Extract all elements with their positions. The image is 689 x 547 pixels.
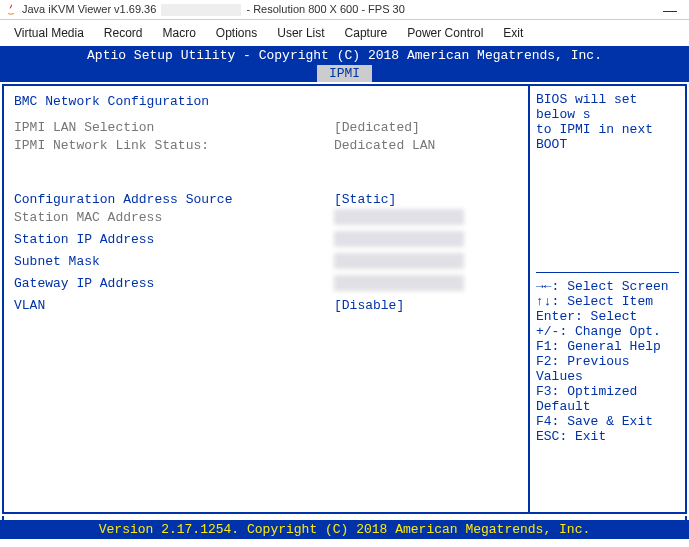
link-status-label: IPMI Network Link Status: (14, 137, 334, 155)
key-help-section: →←: Select Screen ↑↓: Select Item Enter:… (536, 272, 679, 444)
menu-record[interactable]: Record (96, 24, 151, 42)
gateway-ip-label: Gateway IP Address (14, 275, 334, 297)
ip-address-label: Station IP Address (14, 231, 334, 253)
menu-exit[interactable]: Exit (495, 24, 531, 42)
menu-power-control[interactable]: Power Control (399, 24, 491, 42)
title-app: Java iKVM Viewer v1.69.36 (22, 3, 156, 15)
row-gateway-ip[interactable]: Gateway IP Address (14, 275, 518, 297)
row-mac-address: Station MAC Address (14, 209, 518, 231)
key-f3: F3: Optimized Default (536, 384, 679, 414)
bios-header: Aptio Setup Utility - Copyright (C) 2018… (0, 46, 689, 65)
help-text-line2: to IPMI in next BOOT (536, 122, 679, 152)
ip-address-value (334, 231, 518, 253)
title-redacted (161, 4, 241, 16)
row-ip-address[interactable]: Station IP Address (14, 231, 518, 253)
window-titlebar: Java iKVM Viewer v1.69.36 - Resolution 8… (0, 0, 689, 20)
key-select-item: ↑↓: Select Item (536, 294, 679, 309)
menu-virtual-media[interactable]: Virtual Media (6, 24, 92, 42)
key-esc: ESC: Exit (536, 429, 679, 444)
java-icon (4, 3, 18, 17)
divider (536, 272, 679, 273)
bios-screen: Aptio Setup Utility - Copyright (C) 2018… (0, 46, 689, 539)
menu-user-list[interactable]: User List (269, 24, 332, 42)
row-vlan[interactable]: VLAN [Disable] (14, 297, 518, 315)
config-source-label: Configuration Address Source (14, 191, 334, 209)
help-text-line1: BIOS will set below s (536, 92, 679, 122)
section-heading: BMC Network Configuration (14, 94, 518, 109)
menu-capture[interactable]: Capture (337, 24, 396, 42)
menu-options[interactable]: Options (208, 24, 265, 42)
update-lan-value: [Yes] (334, 173, 518, 191)
bios-tabs: IPMI (0, 65, 689, 82)
lan-selection-value: [Dedicated] (334, 119, 518, 137)
bios-body: BMC Network Configuration IPMI LAN Selec… (2, 84, 687, 514)
bios-right-panel: BIOS will set below s to IPMI in next BO… (530, 86, 685, 512)
title-resolution: - Resolution 800 X 600 - FPS 30 (246, 3, 404, 15)
mac-address-label: Station MAC Address (14, 209, 334, 231)
row-link-status: IPMI Network Link Status: Dedicated LAN (14, 137, 518, 155)
key-f4: F4: Save & Exit (536, 414, 679, 429)
mac-address-value (334, 209, 518, 231)
subnet-mask-label: Subnet Mask (14, 253, 334, 275)
subnet-mask-value (334, 253, 518, 275)
key-select-screen: →←: Select Screen (536, 279, 679, 294)
lan-selection-label: IPMI LAN Selection (14, 119, 334, 137)
update-lan-label: Update IPMI LAN Configuration (14, 173, 334, 191)
key-f2: F2: Previous Values (536, 354, 679, 384)
gateway-ip-value (334, 275, 518, 297)
key-enter: Enter: Select (536, 309, 679, 324)
window-title: Java iKVM Viewer v1.69.36 - Resolution 8… (22, 3, 655, 16)
config-source-value: [Static] (334, 191, 518, 209)
row-update-lan[interactable]: Update IPMI LAN Configuration [Yes] (14, 173, 518, 191)
vlan-value: [Disable] (334, 297, 518, 315)
link-status-value: Dedicated LAN (334, 137, 518, 155)
key-change-opt: +/-: Change Opt. (536, 324, 679, 339)
key-f1: F1: General Help (536, 339, 679, 354)
menubar: Virtual Media Record Macro Options User … (0, 20, 689, 46)
tab-ipmi[interactable]: IPMI (317, 65, 372, 82)
row-subnet-mask[interactable]: Subnet Mask (14, 253, 518, 275)
menu-macro[interactable]: Macro (155, 24, 204, 42)
vlan-label: VLAN (14, 297, 334, 315)
row-lan-selection: IPMI LAN Selection [Dedicated] (14, 119, 518, 137)
bios-left-panel: BMC Network Configuration IPMI LAN Selec… (4, 86, 530, 512)
row-config-source[interactable]: Configuration Address Source [Static] (14, 191, 518, 209)
bios-footer: Version 2.17.1254. Copyright (C) 2018 Am… (0, 520, 689, 539)
minimize-button[interactable]: — (655, 2, 685, 18)
